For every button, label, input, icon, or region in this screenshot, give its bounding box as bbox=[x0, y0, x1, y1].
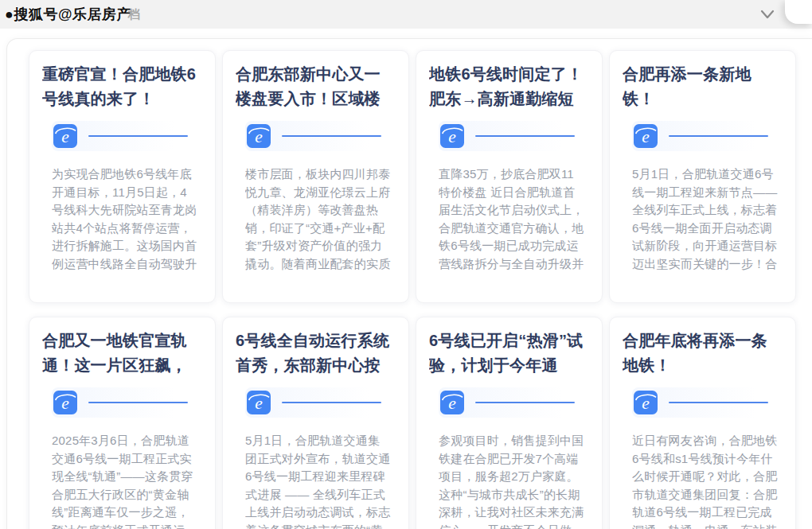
article-card[interactable]: 重磅官宣！合肥地铁6号线真的来了！ e 为实现合肥地铁6号线年底开通目标，11月… bbox=[29, 50, 216, 303]
svg-text:e: e bbox=[448, 394, 456, 413]
divider-line bbox=[475, 402, 575, 403]
divider-line bbox=[88, 135, 188, 137]
account-label: ●搜狐号@乐居房产 bbox=[5, 5, 131, 24]
article-excerpt: 为实现合肥地铁6号线年底开通目标，11月5日起，4号线科大先研院站至青龙岗站共4… bbox=[52, 165, 197, 275]
divider-line bbox=[669, 135, 768, 137]
chevron-down-icon[interactable] bbox=[759, 7, 775, 21]
explorer-icon: e bbox=[634, 391, 658, 414]
svg-text:e: e bbox=[255, 127, 263, 146]
explorer-icon: e bbox=[53, 124, 77, 148]
link-preview: e bbox=[439, 121, 584, 151]
explorer-icon: e bbox=[440, 391, 464, 414]
article-title[interactable]: 地铁6号线时间定了！肥东→高新通勤缩短半小... bbox=[429, 62, 589, 113]
divider-line bbox=[88, 402, 188, 403]
explorer-icon: e bbox=[247, 391, 271, 414]
explorer-icon: e bbox=[247, 124, 271, 148]
article-card[interactable]: 合肥年底将再添一条地铁！ e 近日有网友咨询，合肥地铁6号线和s1号线预计今年什… bbox=[609, 317, 796, 529]
article-title[interactable]: 合肥东部新中心又一楼盘要入市！区域楼市步入... bbox=[236, 62, 396, 113]
top-bar: ●搜狐号@乐居房产 档 bbox=[0, 0, 812, 29]
article-title[interactable]: 重磅官宣！合肥地铁6号线真的来了！ bbox=[42, 62, 202, 113]
article-excerpt: 5月1日，合肥轨道交通集团正式对外宣布，轨道交通6号线一期工程迎来里程碑式进展 … bbox=[245, 432, 391, 529]
article-excerpt: 楼市层面，板块内四川邦泰悦九章、龙湖亚伦璟云上府（精装洋房）等改善盘热销，印证了… bbox=[245, 165, 391, 275]
article-excerpt: 参观项目时，销售提到中国铁建在合肥已开发7个高端项目，服务超2万户家庭。这种“与… bbox=[439, 432, 584, 529]
explorer-icon: e bbox=[440, 124, 464, 148]
article-card[interactable]: 合肥东部新中心又一楼盘要入市！区域楼市步入... e 楼市层面，板块内四川邦泰悦… bbox=[222, 50, 409, 303]
link-preview: e bbox=[245, 387, 391, 418]
explorer-icon: e bbox=[53, 391, 77, 414]
svg-text:e: e bbox=[61, 394, 69, 413]
article-card[interactable]: 地铁6号线时间定了！肥东→高新通勤缩短半小... e 直降35万，抄底合肥双11… bbox=[416, 50, 603, 303]
article-card[interactable]: 合肥又一地铁官宣轨通！这一片区狂飙，房价7... e 2025年3月6日，合肥轨… bbox=[29, 317, 216, 529]
article-card[interactable]: 6号线全自动运行系统首秀，东部新中心按下发... e 5月1日，合肥轨道交通集团… bbox=[222, 317, 409, 529]
article-title[interactable]: 6号线已开启“热滑”试验，计划于今年通车，淝河... bbox=[429, 329, 589, 379]
svg-text:e: e bbox=[642, 127, 650, 146]
explorer-icon: e bbox=[634, 124, 658, 148]
svg-text:e: e bbox=[61, 127, 69, 146]
link-preview: e bbox=[52, 121, 197, 151]
article-title[interactable]: 合肥再添一条新地铁！ bbox=[623, 62, 783, 113]
ghost-text: 档 bbox=[128, 7, 140, 22]
svg-text:e: e bbox=[255, 394, 263, 413]
bullet-icon: ● bbox=[5, 6, 14, 22]
article-grid: 重磅官宣！合肥地铁6号线真的来了！ e 为实现合肥地铁6号线年底开通目标，11月… bbox=[29, 50, 812, 529]
link-preview: e bbox=[632, 121, 778, 151]
article-excerpt: 5月1日，合肥轨道交通6号线一期工程迎来新节点——全线列车正式上线，标志着6号线… bbox=[632, 165, 778, 275]
link-preview: e bbox=[245, 121, 391, 151]
link-preview: e bbox=[439, 387, 584, 418]
svg-text:e: e bbox=[642, 394, 650, 413]
article-title[interactable]: 合肥年底将再添一条地铁！ bbox=[623, 329, 783, 379]
article-title[interactable]: 合肥又一地铁官宣轨通！这一片区狂飙，房价7... bbox=[42, 329, 202, 379]
article-title[interactable]: 6号线全自动运行系统首秀，东部新中心按下发... bbox=[236, 329, 396, 379]
divider-line bbox=[669, 402, 768, 403]
article-excerpt: 直降35万，抄底合肥双11特价楼盘 近日合肥轨道首届生活文化节启动仪式上，合肥轨… bbox=[439, 165, 584, 275]
divider-line bbox=[475, 135, 575, 137]
article-card[interactable]: 合肥再添一条新地铁！ e 5月1日，合肥轨道交通6号线一期工程迎来新节点——全线… bbox=[609, 50, 796, 303]
content-panel: 重磅官宣！合肥地铁6号线真的来了！ e 为实现合肥地铁6号线年底开通目标，11月… bbox=[6, 38, 812, 529]
link-preview: e bbox=[632, 387, 778, 418]
article-excerpt: 2025年3月6日，合肥轨道交通6号线一期工程正式实现全线“轨通”——这条贯穿合… bbox=[52, 432, 197, 529]
svg-text:e: e bbox=[448, 127, 456, 146]
article-excerpt: 近日有网友咨询，合肥地铁6号线和s1号线预计今年什么时候开通呢？对此，合肥市轨道… bbox=[632, 432, 778, 529]
divider-line bbox=[282, 135, 381, 137]
link-preview: e bbox=[52, 387, 197, 418]
overlay-panel-corner bbox=[785, 0, 812, 24]
article-card[interactable]: 6号线已开启“热滑”试验，计划于今年通车，淝河... e 参观项目时，销售提到中… bbox=[416, 317, 603, 529]
divider-line bbox=[282, 402, 381, 403]
